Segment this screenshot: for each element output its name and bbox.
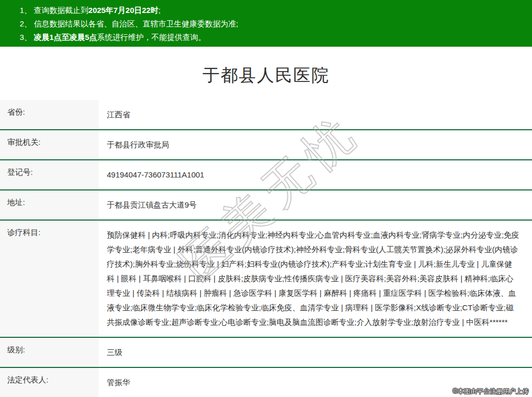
- row-label-province: 省份:: [0, 100, 99, 129]
- table-row-province: 省份: 江西省: [0, 100, 532, 129]
- row-label-medical-subjects: 诊疗科目:: [0, 221, 99, 337]
- table-row-medical-subjects: 诊疗科目: 预防保健科 | 内科;呼吸内科专业;消化内科专业;神经内科专业;心血…: [0, 220, 532, 337]
- notice-line-2: 2、信息数据结果以各省、自治区、直辖市卫生健康委数据为准;: [20, 17, 527, 31]
- table-row-address: 地址: 于都县贡江镇盘古大道9号: [0, 189, 532, 220]
- notice-line-1-tail: ;: [158, 6, 160, 15]
- notice-line-1-text: 查询数据截止到: [34, 6, 88, 15]
- notice-banner: 1、查询数据截止到2025年7月20日22时; 2、信息数据结果以各省、自治区、…: [0, 0, 532, 47]
- notice-line-3-bold: 凌晨1点至凌晨5点: [34, 33, 97, 42]
- row-label-address: 地址:: [0, 190, 99, 220]
- notice-line-2-number: 2、: [20, 19, 32, 28]
- table-row-level: 级别: 三级: [0, 337, 532, 367]
- row-label-level: 级别:: [0, 338, 99, 367]
- row-value-approval-authority: 于都县行政审批局: [99, 130, 532, 159]
- table-row-approval-authority: 审批机关: 于都县行政审批局: [0, 129, 532, 159]
- notice-line-3-number: 3、: [20, 33, 32, 42]
- row-label-approval-authority: 审批机关:: [0, 130, 99, 159]
- row-value-level: 三级: [99, 338, 532, 367]
- row-label-registration-number: 登记号:: [0, 160, 99, 189]
- notice-line-1-number: 1、: [20, 6, 32, 15]
- page-title: 于都县人民医院: [0, 64, 532, 87]
- notice-line-2-text: 信息数据结果以各省、自治区、直辖市卫生健康委数据为准;: [34, 19, 238, 28]
- notice-line-3: 3、凌晨1点至凌晨5点系统进行维护，不能提供查询。: [20, 31, 527, 44]
- table-row-registration-number: 登记号: 49194047-736073111A1001: [0, 159, 532, 189]
- hospital-info-table: 省份: 江西省 审批机关: 于都县行政审批局 登记号: 49194047-736…: [0, 100, 532, 397]
- row-value-address: 于都县贡江镇盘古大道9号: [99, 190, 532, 220]
- notice-line-1: 1、查询数据截止到2025年7月20日22时;: [20, 4, 527, 17]
- row-value-medical-subjects: 预防保健科 | 内科;呼吸内科专业;消化内科专业;神经内科专业;心血管内科专业;…: [99, 221, 532, 337]
- notice-line-1-bold: 2025年7月20日22时: [88, 6, 158, 15]
- row-label-legal-representative: 法定代表人:: [0, 368, 99, 397]
- row-value-registration-number: 49194047-736073111A1001: [99, 160, 532, 189]
- image-attribution: ©本图由平台注册用户上传: [453, 387, 529, 396]
- notice-line-3-tail: 系统进行维护，不能提供查询。: [97, 33, 206, 42]
- row-value-province: 江西省: [99, 100, 532, 129]
